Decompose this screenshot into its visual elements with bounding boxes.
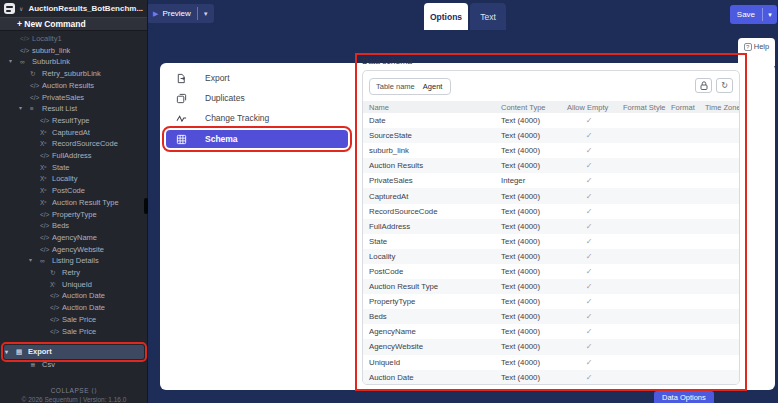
tree-item-label: UniqueId [62, 279, 148, 291]
tree-item-export[interactable]: ▾▤Export [4, 345, 144, 359]
export-menu: ExportDuplicatesChange TrackingSchema [166, 70, 348, 152]
link-icon: ∞ [40, 255, 52, 267]
schema-row-uniqueid[interactable]: UniqueIdText (4000)✓ [363, 355, 739, 370]
tree-item-auction-result-type[interactable]: XᶜAuction Result Type [0, 197, 148, 209]
preview-button[interactable]: ▶ Preview ▼ [147, 4, 214, 23]
tree-item-auction-results[interactable]: </>Auction Results [0, 80, 148, 92]
schema-row-sourcestate[interactable]: SourceStateText (4000)✓ [363, 128, 739, 143]
tree-item-uniqueid[interactable]: XⁱUniqueId [0, 279, 148, 291]
tree-item-label: suburb_link [32, 45, 148, 57]
schema-row-privatesales[interactable]: PrivateSalesInteger✓ [363, 173, 739, 188]
retry-icon: ↻ [50, 267, 62, 279]
schema-row-postcode[interactable]: PostCodeText (4000)✓ [363, 264, 739, 279]
tree-item-label: Beds [52, 220, 148, 232]
tree-item-agencyname[interactable]: </>AgencyName [0, 232, 148, 244]
link-icon: ∞ [20, 56, 32, 68]
tree-item-auction-date[interactable]: </>Auction Date [0, 302, 148, 314]
save-button[interactable]: Save ▼ [730, 5, 777, 24]
chevron-expanded-icon[interactable]: ▾ [9, 56, 17, 68]
chevron-down-icon[interactable]: ▼ [198, 11, 214, 17]
panel-resize-handle[interactable] [144, 198, 148, 214]
tree-item-state[interactable]: XᶜState [0, 162, 148, 174]
allow-empty-check: ✓ [561, 131, 617, 140]
tree-item-postcode[interactable]: XᶜPostCode [0, 185, 148, 197]
cell-name: AgencyWebsite [363, 342, 495, 351]
tab-text[interactable]: Text [470, 3, 506, 30]
duplicates-icon [176, 93, 196, 104]
schema-row-state[interactable]: StateText (4000)✓ [363, 234, 739, 249]
tree-item-label: Locality [52, 173, 148, 185]
tree-item-locality[interactable]: XᶜLocality [0, 173, 148, 185]
tree-item-label: Sale Price [62, 326, 148, 338]
allow-empty-check: ✓ [561, 267, 617, 276]
app-logo[interactable] [4, 3, 15, 14]
chevron-expanded-icon[interactable]: ▾ [5, 345, 13, 359]
tree-item-result-list[interactable]: ▾≡Result List [0, 103, 148, 115]
schema-row-auction-date[interactable]: Auction DateText (4000)✓ [363, 370, 739, 385]
schema-row-capturedat[interactable]: CapturedAtText (4000)✓ [363, 188, 739, 203]
chevron-expanded-icon[interactable]: ▾ [29, 255, 37, 267]
schema-row-agencywebsite[interactable]: AgencyWebsiteText (4000)✓ [363, 339, 739, 354]
schema-row-locality[interactable]: LocalityText (4000)✓ [363, 249, 739, 264]
tree-item-locality1[interactable]: </>Locality1 [0, 33, 148, 45]
tree-item-label: FullAddress [52, 150, 148, 162]
cell-content-type: Text (4000) [495, 297, 561, 306]
data-options-button[interactable]: Data Options [654, 391, 714, 403]
tree-item-privatesales[interactable]: </>PrivateSales [0, 92, 148, 104]
tree-item-suburblink[interactable]: ▾∞SuburbLink [0, 56, 148, 68]
collapse-label: COLLAPSE [51, 387, 89, 394]
cell-content-type: Integer [495, 176, 561, 185]
tree-item-beds[interactable]: </>Beds [0, 220, 148, 232]
tree-item-auction-date[interactable]: </>Auction Date [0, 290, 148, 302]
schema-row-auction-results[interactable]: Auction ResultsText (4000)✓ [363, 158, 739, 173]
tree-item-label: Auction Date [62, 302, 148, 314]
schema-row-auction-result-type[interactable]: Auction Result TypeText (4000)✓ [363, 279, 739, 294]
schema-row-propertytype[interactable]: PropertyTypeText (4000)✓ [363, 294, 739, 309]
tree-item-suburb-link[interactable]: </>suburb_link [0, 45, 148, 57]
tab-options[interactable]: Options [424, 3, 468, 30]
tree-item-propertytype[interactable]: </>PropertyType [0, 209, 148, 221]
menu-item-change-tracking[interactable]: Change Tracking [166, 110, 348, 126]
table-name-group: Table name Agent [369, 78, 451, 95]
cell-name: Date [363, 116, 495, 125]
tree-item-capturedat[interactable]: XᶜCapturedAt [0, 127, 148, 139]
table-name-value[interactable]: Agent [421, 82, 451, 91]
schema-row-beds[interactable]: BedsText (4000)✓ [363, 309, 739, 324]
save-label: Save [730, 10, 762, 19]
code-icon: </> [20, 33, 32, 45]
schema-row-agencyname[interactable]: AgencyNameText (4000)✓ [363, 324, 739, 339]
tree-item-listing-details[interactable]: ▾∞Listing Details [0, 255, 148, 267]
tree-item-agencywebsite[interactable]: </>AgencyWebsite [0, 244, 148, 256]
tree-item-sale-price[interactable]: </>Sale Price [0, 326, 148, 338]
cell-name: AgencyName [363, 327, 495, 336]
allow-empty-check: ✓ [561, 237, 617, 246]
tree-item-retry-suburblink[interactable]: ↻Retry_suburbLink [0, 68, 148, 80]
transform-icon: Xᶜ [40, 173, 52, 185]
cell-content-type: Text (4000) [495, 373, 561, 382]
tree-item-recordsourcecode[interactable]: XᶜRecordSourceCode [0, 138, 148, 150]
tree-item-fulladdress[interactable]: </>FullAddress [0, 150, 148, 162]
lock-button[interactable] [695, 78, 712, 93]
menu-item-schema[interactable]: Schema [166, 130, 348, 148]
tree-item-resulttype[interactable]: </>ResultType [0, 115, 148, 127]
help-chip[interactable]: ? Help [738, 38, 775, 66]
refresh-button[interactable]: ↻ [716, 78, 733, 93]
schema-row-fulladdress[interactable]: FullAddressText (4000)✓ [363, 219, 739, 234]
transform-icon: Xᶜ [40, 127, 52, 139]
tree-item-sale-price[interactable]: </>Sale Price [0, 314, 148, 326]
schema-row-recordsourcecode[interactable]: RecordSourceCodeText (4000)✓ [363, 204, 739, 219]
chevron-expanded-icon[interactable]: ▾ [19, 103, 27, 115]
menu-item-duplicates[interactable]: Duplicates [166, 90, 348, 106]
new-command-button[interactable]: + New Command [0, 17, 147, 31]
chevron-down-icon[interactable]: ∨ [19, 5, 23, 12]
allow-empty-check: ✓ [561, 327, 617, 336]
tree-item-retry[interactable]: ↻Retry [0, 267, 148, 279]
schema-row-suburb-link[interactable]: suburb_linkText (4000)✓ [363, 143, 739, 158]
tab-text-label: Text [480, 12, 496, 22]
collapse-button[interactable]: COLLAPSE ⟨⟩ [0, 387, 148, 395]
lock-icon [700, 81, 708, 90]
schema-row-date[interactable]: DateText (4000)✓ [363, 113, 739, 128]
tree-item-csv[interactable]: ≣Csv [0, 359, 148, 371]
menu-item-export[interactable]: Export [166, 70, 348, 86]
chevron-down-icon[interactable]: ▼ [763, 12, 777, 18]
